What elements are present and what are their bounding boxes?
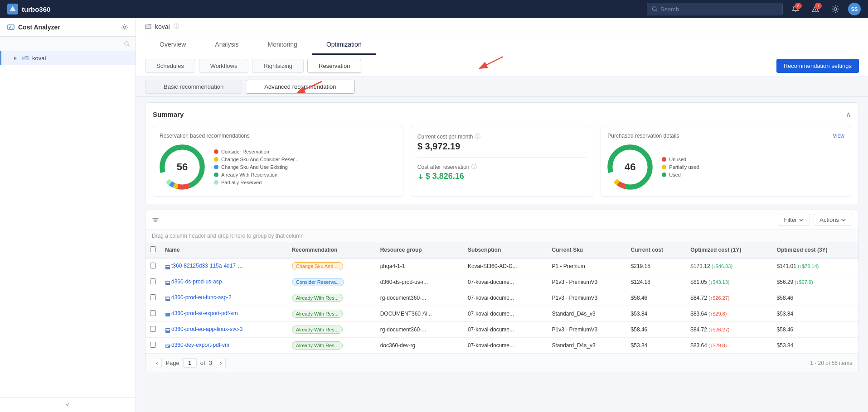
row-checkbox[interactable]	[150, 310, 156, 316]
search-box[interactable]	[647, 3, 783, 15]
adv-tabs: Basic recommendation Advanced recommenda…	[136, 77, 868, 97]
settings-icon[interactable]	[828, 2, 843, 16]
row-resource-group: d360-ds-prod-us-r...	[376, 274, 463, 290]
resource-name-link[interactable]: d360-prod-eu-app-linux-svc-3	[171, 326, 242, 332]
row-current-cost: $58.46	[626, 322, 686, 338]
sidebar-settings-icon[interactable]	[121, 24, 128, 31]
row-opt-cost-3y: $58.46	[772, 290, 858, 306]
row-resource-group: doc360-dev-rg	[376, 338, 463, 354]
top-nav: turbo360 3 1 SS	[0, 0, 868, 18]
row-name: d360-dev-export-pdf-vm	[160, 338, 287, 354]
adv-tab-basic[interactable]: Basic recommendation	[145, 80, 242, 94]
select-all-checkbox[interactable]	[150, 246, 156, 252]
current-cost-info[interactable]: ⓘ	[475, 133, 480, 140]
sidebar-search-input[interactable]	[5, 40, 124, 47]
alerts-icon[interactable]: 1	[808, 2, 823, 16]
tab-analysis[interactable]: Analysis	[200, 35, 253, 55]
page-input[interactable]	[183, 358, 197, 368]
row-opt-cost-1y: $81.05 (↓$43.13)	[686, 274, 772, 290]
filter-button[interactable]: Filter	[778, 214, 810, 226]
legend-dot-blue	[214, 165, 218, 169]
row-opt-cost-1y: $84.72 (↑$26.27)	[686, 290, 772, 306]
donut2-center: 46	[625, 161, 635, 173]
row-checkbox[interactable]	[150, 342, 156, 348]
col-resource-group: Resource group	[376, 242, 463, 258]
sub-tab-workflows[interactable]: Workflows	[199, 59, 249, 73]
row-name: d360-prod-eu-app-linux-svc-3	[160, 322, 287, 338]
after-cost-info[interactable]: ⓘ	[471, 163, 477, 171]
actions-chevron-icon	[841, 217, 846, 223]
resource-name-link[interactable]: t360-82125d33-115a-4d17-a109-...	[171, 263, 244, 269]
donut2-content: 46 Unused Partially used	[607, 144, 844, 190]
sidebar-search-icon	[124, 41, 130, 47]
svg-rect-33	[168, 297, 170, 299]
notifications-icon[interactable]: 3	[788, 2, 803, 16]
svg-rect-36	[166, 315, 168, 315]
row-checkbox-cell	[145, 338, 160, 354]
col-opt-cost-3y: Optimized cost (3Y)	[772, 242, 858, 258]
row-current-sku: Standard_D4s_v3	[548, 338, 626, 354]
view-link[interactable]: View	[833, 133, 844, 139]
tab-optimization[interactable]: Optimization	[312, 35, 376, 55]
breadcrumb-text: kovai	[155, 23, 170, 30]
sidebar-item-kovai[interactable]: kovai	[0, 51, 136, 65]
resource-name-link[interactable]: d360-prod-eu-func-asp-2	[171, 294, 232, 301]
resource-name-link[interactable]: d360-dev-export-pdf-vm	[171, 342, 229, 348]
search-input[interactable]	[660, 6, 778, 13]
adv-tab-advanced[interactable]: Advanced recommendation	[246, 80, 354, 94]
row-checkbox[interactable]	[150, 294, 156, 300]
row-checkbox[interactable]	[150, 278, 156, 284]
col-checkbox	[145, 242, 160, 258]
legend-change-sku-consider: Change Sku And Consider Reser...	[214, 157, 299, 162]
next-page-button[interactable]: ›	[216, 358, 226, 368]
actions-button[interactable]: Actions	[814, 214, 852, 226]
table-row: d360-prod-eu-func-asp-2 Already With Res…	[145, 290, 858, 306]
row-checkbox[interactable]	[150, 263, 156, 268]
row-current-cost: $58.46	[626, 290, 686, 306]
svg-rect-30	[168, 282, 170, 283]
row-current-cost: $53.84	[626, 306, 686, 322]
summary-section: Summary ∧ Reservation based recommendati…	[145, 102, 859, 204]
row-opt-cost-3y: $141.01 (↓$78.14)	[772, 258, 858, 274]
donut1-legend: Consider Reservation Change Sku And Cons…	[214, 149, 299, 185]
sidebar-search[interactable]	[0, 37, 136, 51]
table-header-row: Name Recommendation Resource group Subsc…	[145, 242, 858, 258]
donut1-center: 56	[177, 161, 188, 173]
cost-card: Current cost per month ⓘ $ 3,972.19 Cost…	[411, 126, 593, 196]
row-checkbox-cell	[145, 290, 160, 306]
sidebar-header: Cost Analyzer	[0, 18, 136, 37]
rec-badge: Consider Reserva...	[292, 278, 344, 286]
current-cost-label: Current cost per month ⓘ	[417, 133, 587, 140]
breadcrumb-info-icon[interactable]: ⓘ	[174, 23, 179, 30]
resource-name-link[interactable]: d360-ds-prod-us-asp	[171, 278, 222, 285]
summary-collapse-btn[interactable]: ∧	[846, 110, 851, 119]
sub-tab-schedules[interactable]: Schedules	[145, 59, 195, 73]
tab-monitoring[interactable]: Monitoring	[253, 35, 312, 55]
sub-tab-reservation[interactable]: Reservation	[307, 59, 361, 73]
tab-overview[interactable]: Overview	[145, 35, 200, 55]
page-label: Page	[165, 359, 179, 366]
row-checkbox[interactable]	[150, 326, 156, 332]
row-recommendation: Already With Res...	[287, 306, 376, 322]
row-subscription: 07-kovai-docume...	[463, 290, 548, 306]
sidebar-collapse-btn[interactable]: <	[0, 397, 136, 412]
table-row: t360-82125d33-115a-4d17-a109-... Change …	[145, 258, 858, 274]
svg-point-12	[125, 42, 128, 45]
row-current-cost: $219.15	[626, 258, 686, 274]
resource-name-link[interactable]: d360-prod-at-export-pdf-vm	[171, 310, 238, 316]
page-summary: 1 - 20 of 56 items	[810, 360, 852, 366]
row-current-cost: $53.84	[626, 338, 686, 354]
prev-page-button[interactable]: ‹	[152, 358, 162, 368]
sub-tab-rightsizing[interactable]: Rightsizing	[252, 59, 304, 73]
logo-icon	[7, 4, 18, 14]
recommendation-settings-button[interactable]: Recommendation settings	[776, 59, 859, 73]
svg-rect-42	[166, 346, 168, 347]
filter-icon[interactable]	[152, 216, 159, 224]
reservation-recommendations-card: Reservation based recommendations	[153, 126, 403, 196]
row-opt-cost-1y: $173.12 (↓$46.03)	[686, 258, 772, 274]
user-avatar[interactable]: SS	[848, 3, 861, 15]
svg-rect-26	[166, 266, 168, 267]
svg-point-6	[834, 8, 837, 10]
svg-rect-32	[166, 297, 168, 299]
arrow-reservation	[471, 54, 508, 72]
